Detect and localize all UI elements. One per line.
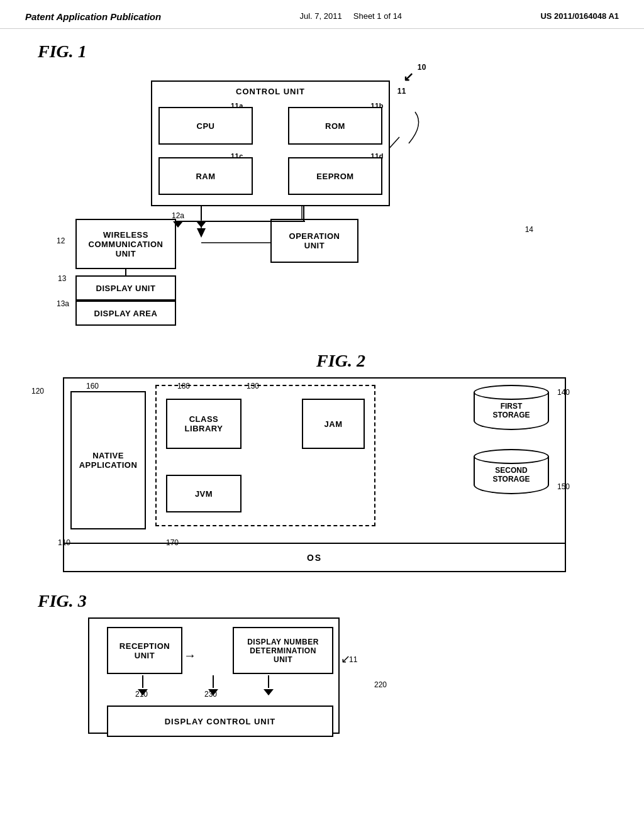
rom-box: ROM [288,107,382,145]
reception-unit-box: RECEPTION UNIT [107,627,182,674]
jam-box: JAM [302,399,365,449]
ref-12a: 12a [172,211,184,220]
fig1-diagram: CONTROL UNIT CPU ROM RAM EEPROM 11 [75,68,516,332]
fig2-diagram: OS NATIVE APPLICATION CLASS LIBRARY JAM [63,377,566,572]
triangle-12a [173,221,183,228]
line-ctrl-op-h [176,221,305,222]
storage-area: FIRST STORAGE SECOND STORAGE [464,385,558,533]
ref-14: 14 [525,225,533,234]
ref-140: 140 [557,388,570,397]
display-ctrl-box: DISPLAY CONTROL UNIT [107,706,333,737]
ref-12a-group: 12a [172,211,184,228]
ram-box: RAM [158,157,253,195]
figure-3-section: FIG. 3 RECEPTION UNIT → DISPLAY NUMBER D… [38,591,606,743]
cylinder-top-2 [474,449,549,464]
ref-11b: 11b [371,102,384,109]
control-unit-box: CONTROL UNIT CPU ROM RAM EEPROM 11 [151,80,390,206]
vm-environment-box: CLASS LIBRARY JAM JVM [155,385,375,526]
ref-210: 210 [135,690,148,699]
display-unit-box: DISPLAY UNIT [75,275,176,301]
ref-150: 150 [557,482,570,491]
line-ctrl-op-v [303,206,304,222]
class-lib-box: CLASS LIBRARY [166,399,242,449]
fig3-diagram: RECEPTION UNIT → DISPLAY NUMBER DETERMIN… [88,617,453,743]
control-unit-label: CONTROL UNIT [152,87,389,96]
fig3-ref-11: 11 [349,655,357,664]
ref-120: 120 [31,387,44,396]
arrow-reception-display: → [184,648,196,663]
operation-unit-box: OPERATION UNIT [270,219,358,263]
ref-11: 11 [397,87,406,96]
ref-13: 13 [58,274,66,283]
fig1-label: FIG. 1 [38,42,606,62]
main-content: FIG. 1 [0,29,644,775]
ref-11d: 11d [371,152,384,160]
ref-110: 110 [58,538,70,547]
figure-1-section: FIG. 1 [38,42,606,332]
second-storage-cylinder: SECOND STORAGE [474,449,549,494]
ref-11c: 11c [231,152,243,160]
ref-10: 10 [418,63,426,72]
wireless-unit-box: WIRELESS COMMUNICATION UNIT [75,219,176,269]
figure-2-section: FIG. 2 120 OS NATIVE APPLICATION CLASS L… [38,351,606,572]
line-ctrl-wireless [201,206,202,220]
fig2-label: FIG. 2 [75,351,606,371]
arrow-220 [264,687,274,698]
publication-date-sheet: Jul. 7, 2011 Sheet 1 of 14 [299,11,402,21]
first-storage-cylinder: FIRST STORAGE [474,385,549,430]
line-220-down [268,675,269,688]
ref-130: 130 [247,382,259,390]
os-bar: OS [64,543,565,571]
cylinder-top-1 [474,385,549,400]
cpu-box: CPU [158,107,253,145]
jvm-box: JVM [166,475,242,512]
publication-type: Patent Application Publication [25,11,161,22]
eeprom-box: EEPROM [288,157,382,195]
fig2-outer: 120 OS NATIVE APPLICATION CLASS LIBRARY [50,377,566,572]
line-210-down [142,675,143,688]
ref-13a: 13a [57,299,69,308]
line-wireless-display [125,269,126,277]
display-area-box: DISPLAY AREA [75,301,176,326]
ref-180: 180 [177,382,190,390]
sheet-info: Sheet 1 of 14 [353,11,402,21]
native-app-box: NATIVE APPLICATION [70,391,146,529]
page-header: Patent Application Publication Jul. 7, 2… [0,0,644,29]
display-num-det-box: DISPLAY NUMBER DETERMINATION UNIT [233,627,333,674]
ref-220: 220 [374,680,387,689]
second-storage-group: SECOND STORAGE [464,449,558,494]
ref-230: 230 [204,690,217,699]
line-230-down [213,675,214,688]
ref-12: 12 [57,236,65,245]
publication-date: Jul. 7, 2011 [299,11,341,21]
ref-11a: 11a [231,102,243,109]
first-storage-group: FIRST STORAGE [464,385,558,430]
fig3-arrow-11: ↙ [341,652,350,666]
arrow-10: ↙ [403,69,414,84]
ref-160: 160 [86,382,99,390]
fig3-label: FIG. 3 [38,591,606,611]
ref-170: 170 [166,538,179,547]
publication-number: US 2011/0164048 A1 [540,11,619,21]
